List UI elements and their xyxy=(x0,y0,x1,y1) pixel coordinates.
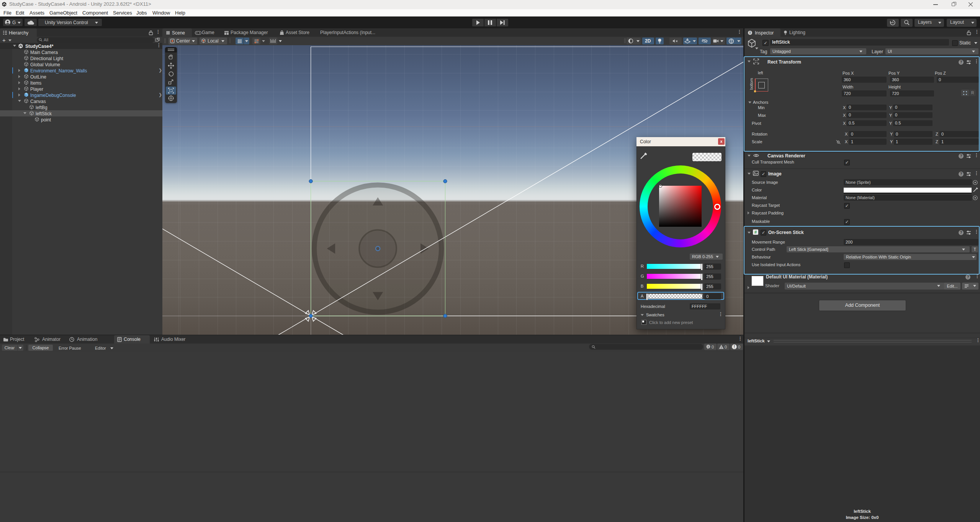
svg-text:!: ! xyxy=(708,345,709,349)
svg-text:!: ! xyxy=(734,345,735,349)
svg-text:!: ! xyxy=(721,346,722,349)
